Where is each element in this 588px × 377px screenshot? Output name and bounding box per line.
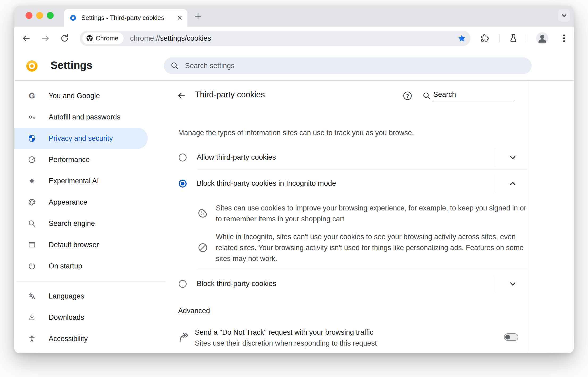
palette-icon xyxy=(28,198,36,206)
active-tab[interactable]: Settings - Third-party cookies xyxy=(64,9,187,27)
help-button[interactable]: ? xyxy=(403,91,412,101)
tab-close-icon[interactable] xyxy=(176,14,183,21)
sidebar-item-accessibility[interactable]: Accessibility xyxy=(14,328,148,349)
detail-text: While in Incognito, sites can't use your… xyxy=(216,231,532,264)
new-tab-button[interactable] xyxy=(194,12,202,20)
sidebar-item-you-and-google[interactable]: G You and Google xyxy=(14,85,148,106)
cookie-icon xyxy=(198,208,208,218)
search-icon xyxy=(28,220,36,227)
dnt-toggle[interactable] xyxy=(504,333,518,341)
chevron-down-icon xyxy=(560,12,568,19)
settings-search-box[interactable] xyxy=(164,57,532,74)
row-divider xyxy=(197,169,528,169)
page-search-box[interactable] xyxy=(433,90,513,101)
browser-menu-icon[interactable] xyxy=(559,33,569,44)
dnt-subtitle: Sites use their discretion when respondi… xyxy=(195,339,377,347)
sidebar-item-languages[interactable]: Languages xyxy=(14,285,148,307)
site-chip[interactable]: Chrome xyxy=(82,32,124,44)
toolbar-separator xyxy=(527,34,527,42)
option-label[interactable]: Allow third-party cookies xyxy=(197,153,276,161)
tab-title: Settings - Third-party cookies xyxy=(81,14,174,22)
close-window-traffic-light[interactable] xyxy=(26,12,32,19)
accessibility-icon xyxy=(28,335,36,342)
bookmark-star-icon[interactable] xyxy=(458,34,466,42)
sidebar-item-downloads[interactable]: Downloads xyxy=(14,307,148,328)
settings-search-input[interactable] xyxy=(184,61,478,70)
expand-allow-button[interactable] xyxy=(509,153,517,162)
row-divider xyxy=(197,270,528,270)
advanced-heading: Advanced xyxy=(178,307,210,315)
url-text: chrome://settings/cookies xyxy=(130,34,211,43)
forward-button[interactable] xyxy=(41,34,50,43)
back-button[interactable] xyxy=(22,34,31,43)
shield-icon xyxy=(28,135,36,142)
settings-title: Settings xyxy=(51,59,93,71)
key-icon xyxy=(28,113,36,121)
sparkle-icon xyxy=(28,177,36,185)
experiments-flask-icon[interactable] xyxy=(509,34,518,43)
google-g-icon: G xyxy=(28,92,36,100)
option-label[interactable]: Block third-party cookies xyxy=(197,279,276,288)
radio-allow-third-party[interactable] xyxy=(179,154,187,161)
chrome-logo-icon xyxy=(86,35,93,42)
header-divider xyxy=(14,80,574,81)
speedometer-icon xyxy=(28,156,36,163)
tab-search-button[interactable] xyxy=(558,9,570,22)
sidebar-item-appearance[interactable]: Appearance xyxy=(14,192,148,213)
sidebar-item-autofill[interactable]: Autofill and passwords xyxy=(14,106,148,128)
settings-gear-favicon-icon xyxy=(69,14,77,22)
help-icon: ? xyxy=(403,91,412,101)
zoom-window-traffic-light[interactable] xyxy=(47,12,54,19)
site-chip-label: Chrome xyxy=(96,35,118,42)
chevron-down-icon xyxy=(509,280,517,288)
sidebar-item-default-browser[interactable]: Default browser xyxy=(14,234,148,255)
toolbar-separator xyxy=(499,34,499,42)
chevron-up-icon xyxy=(509,179,517,188)
back-to-privacy-button[interactable] xyxy=(177,91,186,101)
sidebar-item-experimental-ai[interactable]: Experimental AI xyxy=(14,170,148,192)
screenshot-stage: Settings - Third-party cookies xyxy=(0,0,588,377)
blocked-icon xyxy=(198,243,208,253)
row-separator xyxy=(495,175,495,193)
download-icon xyxy=(28,314,36,321)
row-separator xyxy=(495,275,495,293)
page-search-input[interactable] xyxy=(433,90,513,101)
expand-block-button[interactable] xyxy=(509,280,517,288)
sidebar-item-on-startup[interactable]: On startup xyxy=(14,255,148,277)
browser-window-icon xyxy=(28,241,36,248)
person-icon xyxy=(536,32,548,44)
back-arrow-icon xyxy=(177,91,186,101)
profile-avatar[interactable] xyxy=(536,32,548,44)
intro-text: Manage the types of information sites ca… xyxy=(178,129,414,137)
sidebar-divider xyxy=(16,281,165,281)
collapse-block-incognito-button[interactable] xyxy=(509,179,517,188)
do-not-track-icon xyxy=(178,332,189,343)
option-label[interactable]: Block third-party cookies in Incognito m… xyxy=(197,179,336,188)
sidebar-item-performance[interactable]: Performance xyxy=(14,149,148,170)
sidebar-item-search-engine[interactable]: Search engine xyxy=(14,213,148,234)
translate-icon xyxy=(28,292,36,300)
toggle-knob xyxy=(505,335,510,339)
page-title: Third-party cookies xyxy=(195,90,265,100)
row-separator xyxy=(495,148,495,167)
reload-button[interactable] xyxy=(60,34,69,43)
sidebar-item-privacy-and-security[interactable]: Privacy and security xyxy=(14,128,148,149)
chrome-canary-logo xyxy=(26,60,38,72)
omnibox[interactable]: Chrome chrome://settings/cookies xyxy=(80,31,471,46)
page-search-icon xyxy=(423,92,431,100)
radio-block-incognito[interactable] xyxy=(179,180,187,188)
power-icon xyxy=(28,262,36,270)
chevron-down-icon xyxy=(509,153,517,162)
dnt-title: Send a "Do Not Track" request with your … xyxy=(195,328,373,337)
radio-block-third-party[interactable] xyxy=(179,280,187,288)
browser-window: Settings - Third-party cookies xyxy=(14,6,574,353)
search-icon xyxy=(171,62,179,70)
detail-text: Sites can use cookies to improve your br… xyxy=(216,203,530,225)
svg-text:?: ? xyxy=(406,93,409,99)
minimize-window-traffic-light[interactable] xyxy=(36,12,43,19)
extensions-icon[interactable] xyxy=(480,34,489,43)
